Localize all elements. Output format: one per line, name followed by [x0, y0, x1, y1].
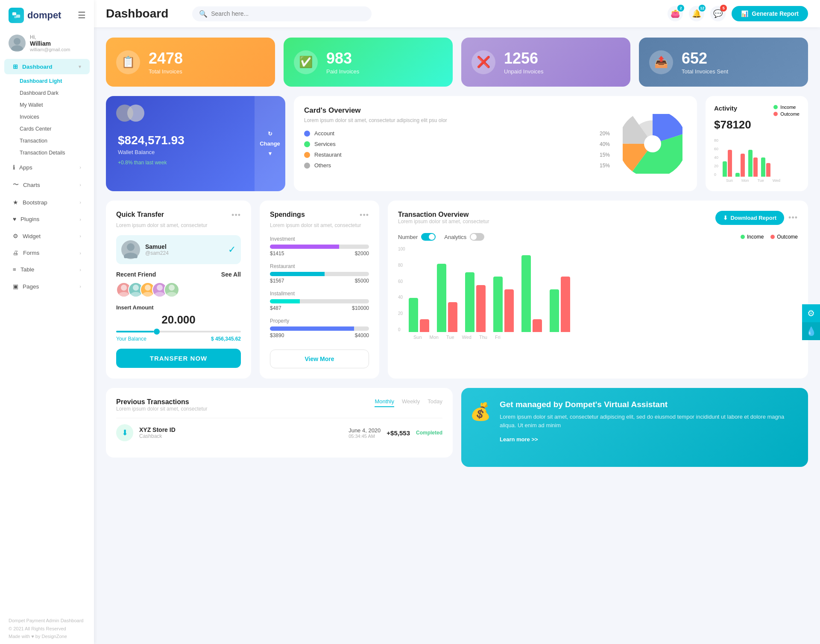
sp-values: $3890 $4000 — [270, 332, 369, 338]
sp-label: Investment — [270, 236, 369, 242]
sp-total: $4000 — [355, 332, 369, 338]
chat-icon-btn[interactable]: 💬 5 — [710, 6, 726, 21]
sidebar-subitem-dashboard-light[interactable]: Dashboard Light — [0, 75, 94, 87]
hamburger-icon[interactable]: ☰ — [78, 10, 85, 20]
mid-row: $824,571.93 Wallet Balance +0.8% than la… — [106, 96, 808, 191]
cta-learn-more[interactable]: Learn more >> — [500, 436, 538, 443]
download-icon: ⬇ — [723, 215, 728, 221]
dashboard-icon: ⊞ — [13, 63, 18, 70]
stat-value: 2478 — [149, 50, 183, 67]
to-title-block: Transaction Overview Lorem ipsum dolor s… — [398, 211, 489, 230]
transaction-overview-card: Transaction Overview Lorem ipsum dolor s… — [388, 201, 808, 379]
sidebar-subitem-transaction[interactable]: Transaction — [0, 135, 94, 147]
slider-fill — [116, 331, 154, 332]
bell-icon-btn[interactable]: 🔔 12 — [689, 6, 704, 21]
right-float-buttons: ⚙ 💧 — [802, 304, 820, 340]
tab-weekly[interactable]: Weekly — [402, 398, 420, 407]
spendings-card: Spendings ••• Lorem ipsum dolor sit amet… — [260, 201, 379, 379]
card-overview-info: Card's Overview Lorem ipsum dolor sit am… — [304, 106, 610, 181]
sidebar-item-bootstrap[interactable]: ★ Bootstrap › — [4, 195, 90, 210]
view-more-button[interactable]: View More — [270, 350, 369, 368]
co-pct: 15% — [600, 163, 610, 169]
spendings-desc: Lorem ipsum dolor sit amet, consectetur — [270, 222, 369, 228]
income-legend: Income — [773, 105, 800, 110]
cta-icon: 💰 — [470, 402, 491, 422]
to-toggles: Number Analytics Inc — [398, 233, 798, 241]
sidebar-item-pages[interactable]: ▣ Pages › — [4, 279, 90, 294]
svg-point-19 — [157, 285, 163, 291]
footer-text: Dompet Payment Admin Dashboard — [9, 617, 85, 625]
chart-y-axis: 0 20 40 60 80 100 — [398, 247, 798, 332]
stat-card-invoices-sent: 📤 652 Total Invoices Sent — [639, 38, 808, 87]
subitem-label: Dashboard Light — [20, 78, 62, 84]
sidebar-item-forms[interactable]: 🖨 Forms › — [4, 245, 90, 260]
nav-item-label: Forms — [23, 250, 39, 256]
amount-slider[interactable] — [116, 331, 241, 332]
sidebar-subitem-dashboard-dark[interactable]: Dashboard Dark — [0, 87, 94, 99]
selected-user[interactable]: Samuel @sam224 ✓ — [116, 235, 241, 264]
svg-point-18 — [143, 292, 153, 297]
bottom-row: Quick Transfer ••• Lorem ipsum dolor sit… — [106, 201, 808, 379]
wallet-icon-btn[interactable]: 👛 2 — [668, 6, 683, 21]
table-icon: ≡ — [13, 266, 16, 273]
charts-icon: 〜 — [13, 181, 19, 189]
sidebar-footer: Dompet Payment Admin Dashboard © 2021 Al… — [0, 610, 94, 644]
sidebar-subitem-invoices[interactable]: Invoices — [0, 111, 94, 123]
footer-copy: © 2021 All Rights Reserved — [9, 625, 85, 633]
tab-today[interactable]: Today — [428, 398, 442, 407]
subitem-label: Transaction — [20, 138, 47, 144]
greeting: Hi, — [30, 34, 70, 40]
number-toggle[interactable] — [421, 233, 436, 241]
sidebar-item-table[interactable]: ≡ Table › — [4, 262, 90, 277]
settings-float-button[interactable]: ⚙ — [802, 304, 820, 322]
spendings-title: Spendings — [270, 211, 305, 219]
stat-icon-paid: ✅ — [294, 50, 318, 74]
friend-avatar[interactable] — [164, 282, 179, 297]
co-pct: 40% — [600, 141, 610, 147]
sidebar-subitem-transaction-details[interactable]: Transaction Details — [0, 147, 94, 159]
nav-item-label: Table — [20, 266, 34, 273]
chevron-right-icon: › — [79, 165, 81, 170]
tab-monthly[interactable]: Monthly — [375, 398, 394, 407]
download-report-button[interactable]: ⬇ Download Report — [715, 211, 784, 225]
co-label: Account — [314, 130, 334, 137]
cta-card: 💰 Get managed by Dompet's Virtual Assist… — [461, 388, 808, 467]
transfer-now-button[interactable]: TRANSFER NOW — [116, 349, 241, 368]
prev-tx-row: Previous Transactions Lorem ipsum dolor … — [106, 388, 808, 467]
sidebar-subitem-my-wallet[interactable]: My Wallet — [0, 99, 94, 111]
income-bar — [761, 157, 765, 177]
see-all-button[interactable]: See All — [221, 271, 241, 278]
more-options-icon[interactable]: ••• — [360, 211, 369, 220]
sidebar-item-apps[interactable]: ℹ Apps › — [4, 160, 90, 175]
wallet-label: Wallet Balance — [118, 149, 273, 155]
tx-date: June 4, 2020 05:34:45 AM — [348, 427, 381, 439]
slider-thumb[interactable] — [154, 329, 160, 335]
change-button[interactable]: ↻ Change ▾ — [255, 96, 285, 191]
income-bar — [735, 173, 740, 177]
income-legend-item: Income — [741, 234, 764, 240]
app-name: dompet — [27, 10, 61, 21]
spending-investment: Investment $1415 $2000 — [270, 236, 369, 256]
analytics-toggle[interactable] — [470, 233, 484, 241]
nav-item-label: Charts — [23, 182, 40, 188]
income-bar — [465, 272, 474, 332]
generate-report-button[interactable]: 📊 Generate Report — [732, 6, 808, 21]
search-bar[interactable]: 🔍 — [192, 6, 372, 21]
sidebar-item-widget[interactable]: ⚙ Widget › — [4, 228, 90, 244]
user-avatar — [121, 240, 140, 259]
sidebar-item-dashboard[interactable]: ⊞ Dashboard ▾ — [4, 59, 90, 74]
chat-badge: 5 — [720, 5, 727, 12]
spendings-header: Spendings ••• — [270, 211, 369, 220]
sidebar-item-charts[interactable]: 〜 Charts › — [4, 177, 90, 193]
subitem-label: Transaction Details — [20, 150, 65, 156]
water-float-button[interactable]: 💧 — [802, 322, 820, 340]
more-options-icon[interactable]: ••• — [231, 211, 241, 220]
to-legend: Income Outcome — [741, 234, 798, 240]
restaurant-dot — [304, 152, 310, 158]
sidebar-subitem-cards-center[interactable]: Cards Center — [0, 123, 94, 135]
sidebar-item-plugins[interactable]: ♥ Plugins › — [4, 212, 90, 227]
search-input[interactable] — [211, 10, 365, 17]
more-options-icon[interactable]: ••• — [788, 213, 798, 222]
chevron-right-icon: › — [79, 217, 81, 222]
wallet-card: $824,571.93 Wallet Balance +0.8% than la… — [106, 96, 285, 191]
